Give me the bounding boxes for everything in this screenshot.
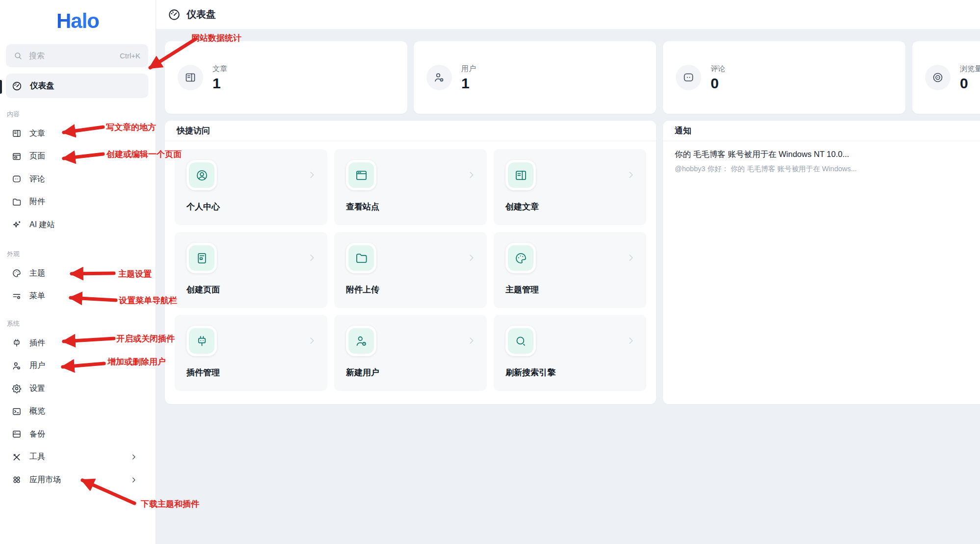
stat-value: 1 [212, 76, 227, 91]
sidebar: Halo Ctrl+K 仪表盘 内容 文章 页面 评论 附件 [0, 0, 156, 544]
tile-label: 查看站点 [346, 201, 379, 212]
folder-icon [348, 245, 374, 271]
search-shortcut: Ctrl+K [120, 52, 140, 60]
sidebar-item-users[interactable]: 用户 [0, 355, 156, 378]
tile-label: 个人中心 [186, 201, 220, 212]
halo-logo: Halo [56, 10, 99, 32]
gauge-icon [12, 81, 22, 91]
sidebar-item-label: 概览 [29, 406, 45, 416]
stat-card-users: 用户 1 [414, 41, 656, 114]
sidebar-item-label: 附件 [29, 197, 45, 207]
tile-label: 插件管理 [186, 367, 220, 378]
sidebar-item-dashboard[interactable]: 仪表盘 [6, 74, 148, 98]
user-gear-icon [12, 361, 22, 371]
pages-icon [12, 152, 22, 161]
palette-icon [508, 245, 533, 271]
chevron-right-icon [467, 336, 476, 345]
search-input[interactable] [29, 52, 113, 60]
tile-create-post[interactable]: 创建文章 [494, 149, 646, 225]
tile-upload-attachment[interactable]: 附件上传 [334, 232, 487, 308]
sidebar-item-tools[interactable]: 工具 [0, 446, 156, 469]
stat-value: 0 [960, 76, 980, 91]
search-icon [508, 328, 533, 354]
page-doc-icon [189, 245, 214, 271]
tile-refresh-search-engine[interactable]: 刷新搜索引擎 [494, 315, 646, 391]
folder-icon [12, 197, 22, 207]
sidebar-item-label: 设置 [29, 384, 45, 394]
chevron-right-icon [307, 336, 317, 345]
notifications-title: 通知 [663, 121, 980, 141]
chevron-right-icon [626, 253, 636, 262]
search-box[interactable]: Ctrl+K [6, 44, 148, 67]
user-gear-icon [426, 65, 452, 90]
stat-label: 文章 [212, 64, 227, 74]
sidebar-item-label: 菜单 [29, 291, 45, 301]
posts-icon [12, 129, 22, 138]
chevron-right-icon [130, 453, 137, 461]
tile-new-user[interactable]: 新建用户 [334, 315, 487, 391]
chevron-right-icon [130, 476, 137, 484]
tile-label: 刷新搜索引擎 [505, 367, 556, 378]
plug-icon [189, 328, 214, 354]
sidebar-item-comments[interactable]: 评论 [0, 168, 156, 191]
sidebar-item-plugins[interactable]: 插件 [0, 332, 156, 355]
quick-access-grid: 个人中心 查看站点 创建文章 创建页面 [175, 149, 646, 391]
sidebar-item-label: 插件 [29, 338, 45, 348]
sidebar-item-pages[interactable]: 页面 [0, 145, 156, 168]
stat-label: 评论 [711, 64, 725, 74]
tile-profile-center[interactable]: 个人中心 [175, 149, 327, 225]
chevron-right-icon [307, 170, 317, 180]
tile-label: 附件上传 [346, 284, 379, 295]
tile-theme-management[interactable]: 主题管理 [494, 232, 646, 308]
sidebar-item-label: 文章 [29, 129, 45, 139]
chevron-right-icon [467, 170, 476, 180]
main-area: 仪表盘 文章 1 用户 1 评论 0 浏览量 0 快捷访问 [156, 0, 980, 544]
sidebar-item-label: 评论 [29, 174, 45, 184]
section-label-appearance: 外观 [0, 236, 156, 262]
user-circle-icon [189, 162, 214, 188]
sidebar-item-app-market[interactable]: 应用市场 [0, 468, 156, 492]
menu-settings-icon [12, 291, 22, 301]
tile-plugin-management[interactable]: 插件管理 [175, 315, 327, 391]
tile-label: 新建用户 [346, 367, 379, 378]
sidebar-item-themes[interactable]: 主题 [0, 262, 156, 285]
sidebar-item-label: 应用市场 [29, 475, 61, 485]
gear-icon [12, 384, 22, 393]
views-icon [925, 65, 951, 90]
sidebar-item-overview[interactable]: 概览 [0, 400, 156, 423]
section-label-content: 内容 [0, 98, 156, 122]
quick-access-title: 快捷访问 [165, 121, 656, 141]
sidebar-item-label: 主题 [29, 268, 45, 279]
page-header: 仪表盘 [156, 0, 980, 29]
chevron-right-icon [626, 336, 636, 345]
sidebar-item-ai-builder[interactable]: AI 建站 [0, 213, 156, 236]
quick-access-panel: 快捷访问 个人中心 查看站点 创建文章 [165, 121, 656, 404]
active-indicator [0, 80, 2, 94]
sidebar-item-posts[interactable]: 文章 [0, 122, 156, 145]
browser-icon [348, 162, 374, 188]
posts-icon [508, 162, 533, 188]
notification-item-subtitle: @hobby3 你好： 你的 毛毛博客 账号被用于在 Windows... [675, 164, 980, 174]
chevron-right-icon [626, 170, 636, 180]
sidebar-item-attachments[interactable]: 附件 [0, 191, 156, 214]
stat-card-comments: 评论 0 [663, 41, 905, 114]
notifications-panel: 通知 你的 毛毛博客 账号被用于在 Windows NT 10.0... @ho… [663, 121, 980, 404]
palette-icon [12, 268, 22, 278]
sidebar-item-menus[interactable]: 菜单 [0, 285, 156, 308]
notification-item[interactable]: 你的 毛毛博客 账号被用于在 Windows NT 10.0... @hobby… [663, 141, 980, 174]
sidebar-item-settings[interactable]: 设置 [0, 377, 156, 400]
tools-icon [12, 452, 22, 462]
sidebar-item-backup[interactable]: 备份 [0, 423, 156, 446]
comment-icon [12, 174, 22, 184]
stat-label: 用户 [461, 64, 476, 74]
gauge-icon [168, 8, 181, 21]
stat-value: 1 [461, 76, 476, 91]
tile-view-site[interactable]: 查看站点 [334, 149, 487, 225]
plug-icon [12, 338, 22, 348]
user-gear-icon [348, 328, 374, 354]
sidebar-item-label: 用户 [29, 361, 45, 371]
tile-create-page[interactable]: 创建页面 [175, 232, 327, 308]
terminal-icon [12, 407, 22, 416]
tile-label: 创建页面 [186, 284, 220, 295]
stat-card-views: 浏览量 0 [912, 41, 980, 114]
